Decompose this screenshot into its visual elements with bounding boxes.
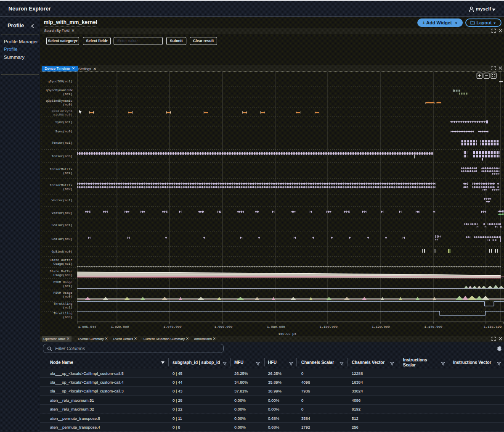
svg-text:Tensor(nc1): Tensor(nc1) — [51, 141, 72, 145]
svg-text:TensorMatrix: TensorMatrix — [50, 184, 73, 187]
svg-text:Vector(nc1): Vector(nc1) — [51, 199, 72, 202]
svg-text:GpSimd(nc0): GpSimd(nc0) — [51, 250, 72, 253]
svg-text:160.55 μs: 160.55 μs — [278, 332, 296, 336]
svg-text:1,040,000: 1,040,000 — [163, 325, 181, 329]
svg-text:1,120,000: 1,120,000 — [371, 325, 390, 329]
svg-text:PSUM Usage: PSUM Usage — [53, 291, 72, 295]
svg-text:Scalar(nc0): Scalar(nc0) — [51, 237, 72, 241]
svg-text:Usage(nc1): Usage(nc1) — [53, 262, 72, 266]
svg-text:Usage(nc0): Usage(nc0) — [53, 274, 72, 277]
svg-text:1,060,000: 1,060,000 — [214, 325, 232, 329]
svg-text:micHW(nc0): micHW(nc0) — [53, 113, 72, 116]
svg-text:(nc1): (nc1) — [63, 306, 72, 309]
svg-text:TensorMatrix: TensorMatrix — [50, 168, 73, 171]
svg-text:(nc0): (nc0) — [63, 295, 72, 298]
svg-text:qScalarDyna: qScalarDyna — [51, 109, 72, 113]
svg-text:(nc0): (nc0) — [63, 187, 72, 191]
svg-text:Sync(nc1): Sync(nc1) — [55, 121, 72, 124]
svg-text:1,020,000: 1,020,000 — [111, 325, 129, 329]
svg-text:(nc0): (nc0) — [63, 316, 72, 319]
svg-text:State Buffer: State Buffer — [50, 258, 72, 262]
svg-text:Scalar(nc1): Scalar(nc1) — [51, 224, 72, 227]
svg-text:1,100,000: 1,100,000 — [319, 325, 337, 329]
svg-text:Throttling: Throttling — [53, 312, 72, 315]
svg-text:(nc1): (nc1) — [63, 92, 72, 96]
svg-text:1,165,599: 1,165,599 — [483, 325, 501, 329]
svg-text:Tensor(nc0): Tensor(nc0) — [51, 155, 72, 158]
svg-text:1,005,044: 1,005,044 — [78, 325, 96, 329]
svg-text:qGpSimdDynamic: qGpSimdDynamic — [46, 99, 72, 103]
svg-text:Vector(nc0): Vector(nc0) — [51, 211, 72, 215]
svg-text:(nc1): (nc1) — [63, 171, 72, 175]
svg-text:qSyncIO0(nc1): qSyncIO0(nc1) — [48, 80, 72, 83]
svg-text:Sync(nc0): Sync(nc0) — [55, 130, 72, 133]
svg-text:State Buffer: State Buffer — [50, 270, 72, 273]
svg-text:Throttling: Throttling — [53, 302, 72, 306]
svg-text:1,140,000: 1,140,000 — [424, 325, 442, 329]
svg-text:(nc1): (nc1) — [63, 284, 72, 288]
svg-text:PSUM Usage: PSUM Usage — [53, 281, 72, 284]
svg-text:(nc0): (nc0) — [63, 103, 72, 106]
svg-text:qSyncDynamicHW: qSyncDynamicHW — [46, 89, 73, 92]
svg-text:1,080,000: 1,080,000 — [267, 325, 285, 329]
